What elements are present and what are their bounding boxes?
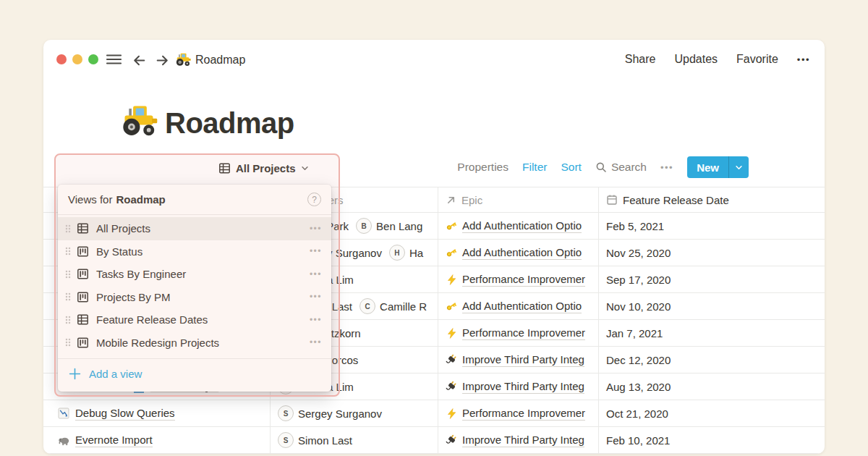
view-item-more-button[interactable]: •••	[310, 292, 322, 302]
epic-cell[interactable]: Add Authentication Optio	[438, 293, 598, 319]
epic-page-link[interactable]: Improve Third Party Integ	[462, 380, 584, 394]
app-window: Roadmap ShareUpdatesFavorite ••• Roadmap…	[43, 40, 825, 454]
epic-cell[interactable]: Add Authentication Optio	[438, 213, 598, 239]
back-arrow-icon[interactable]	[132, 53, 147, 68]
engineer-name: Camille R	[380, 300, 427, 313]
release-date-cell[interactable]: Nov 25, 2020	[598, 240, 825, 266]
epic-page-link[interactable]: Improve Third Party Integ	[462, 434, 584, 447]
project-cell[interactable]: Debug Slow Queries	[43, 400, 270, 426]
column-header-epic[interactable]: Epic	[438, 187, 598, 212]
epic-cell[interactable]: Performance Improvemer	[438, 320, 598, 346]
view-item-tasks-by-engineer[interactable]: Tasks By Engineer•••	[58, 263, 331, 286]
view-selector-label: All Projects	[236, 162, 296, 174]
release-date-cell[interactable]: Jan 7, 2021	[598, 320, 825, 346]
zap-icon	[446, 274, 457, 285]
epic-cell[interactable]: Performance Improvemer	[438, 400, 598, 426]
epic-cell[interactable]: Add Authentication Optio	[438, 240, 598, 266]
engineers-cell[interactable]: SSimon Last	[270, 427, 438, 453]
avatar: H	[389, 245, 405, 261]
table-icon	[77, 222, 89, 235]
project-cell[interactable]: Evernote Import	[43, 427, 270, 453]
view-item-by-status[interactable]: By Status•••	[58, 240, 331, 263]
epic-page-link[interactable]: Add Authentication Optio	[462, 300, 582, 313]
engineer-name: Sergey Surganov	[298, 408, 382, 420]
sort-button[interactable]: Sort	[561, 161, 581, 174]
table-row: Debug Slow QueriesSSergey SurganovPerfor…	[43, 400, 825, 427]
view-item-all-projects[interactable]: All Projects•••	[58, 217, 331, 240]
epic-cell[interactable]: Improve Third Party Integ	[438, 347, 598, 373]
tractor-icon	[175, 51, 191, 67]
views-panel-title-name: Roadmap	[116, 193, 165, 206]
plug-icon	[446, 381, 457, 392]
drag-handle-icon[interactable]	[64, 269, 72, 280]
view-item-more-button[interactable]: •••	[310, 269, 322, 279]
epic-page-link[interactable]: Add Authentication Optio	[462, 246, 582, 260]
sidebar-menu-icon[interactable]	[106, 53, 122, 66]
updates-button[interactable]: Updates	[674, 53, 718, 66]
new-button-label[interactable]: New	[687, 156, 728, 178]
release-date-cell[interactable]: Oct 21, 2020	[598, 400, 825, 426]
epic-page-link[interactable]: Add Authentication Optio	[462, 219, 582, 233]
release-date-cell[interactable]: Feb 5, 2021	[598, 213, 825, 239]
engineers-cell[interactable]: SSergey Surganov	[270, 400, 438, 426]
minimize-window-button[interactable]	[72, 54, 82, 64]
release-date-cell[interactable]: Feb 10, 2021	[598, 427, 825, 453]
table-icon	[77, 313, 89, 326]
view-item-mobile-redesign-projects[interactable]: Mobile Redesign Projects•••	[58, 332, 331, 355]
zoom-window-button[interactable]	[88, 54, 98, 64]
add-view-label: Add a view	[89, 368, 142, 380]
table-row: Evernote ImportSSimon LastImprove Third …	[43, 427, 825, 454]
view-item-label: Mobile Redesign Projects	[96, 337, 310, 349]
search-button[interactable]: Search	[595, 161, 647, 174]
project-page-link[interactable]: Evernote Import	[75, 434, 153, 447]
view-item-feature-release-dates[interactable]: Feature Release Dates•••	[58, 308, 331, 332]
epic-cell[interactable]: Improve Third Party Integ	[438, 427, 598, 453]
view-item-more-button[interactable]: •••	[310, 224, 322, 234]
release-date-cell[interactable]: Nov 10, 2020	[598, 293, 825, 319]
view-item-more-button[interactable]: •••	[310, 337, 322, 347]
topbar-actions: ShareUpdatesFavorite •••	[625, 53, 810, 66]
view-item-projects-by-pm[interactable]: Projects By PM•••	[58, 286, 331, 309]
calendar-icon	[606, 194, 618, 206]
epic-page-link[interactable]: Performance Improvemer	[462, 273, 585, 287]
view-selector[interactable]: All Projects	[218, 158, 309, 178]
release-date-cell[interactable]: Aug 13, 2020	[598, 373, 825, 400]
project-page-link[interactable]: Debug Slow Queries	[75, 407, 175, 421]
page-title: Roadmap	[165, 107, 294, 140]
drag-handle-icon[interactable]	[64, 314, 72, 326]
new-button[interactable]: New	[687, 156, 749, 178]
views-dropdown-panel: Views for Roadmap ? All Projects•••By St…	[58, 185, 331, 392]
topbar-more-button[interactable]: •••	[797, 54, 810, 65]
epic-cell[interactable]: Improve Third Party Integ	[438, 373, 598, 400]
view-item-label: All Projects	[96, 222, 310, 235]
close-window-button[interactable]	[56, 54, 67, 64]
view-item-more-button[interactable]: •••	[310, 246, 322, 256]
epic-page-link[interactable]: Improve Third Party Integ	[462, 353, 584, 367]
engineer-chip: HHa	[389, 245, 423, 261]
add-view-button[interactable]: Add a view	[58, 359, 331, 388]
toolbar-more-button[interactable]: •••	[660, 162, 673, 173]
forward-arrow-icon[interactable]	[155, 53, 170, 68]
drag-handle-icon[interactable]	[64, 245, 72, 257]
search-icon	[595, 161, 607, 173]
properties-button[interactable]: Properties	[457, 161, 509, 174]
plus-icon	[69, 368, 81, 380]
share-button[interactable]: Share	[625, 53, 656, 66]
chevron-down-icon[interactable]	[729, 156, 749, 178]
view-item-more-button[interactable]: •••	[310, 315, 322, 325]
tractor-icon[interactable]	[120, 102, 158, 138]
epic-cell[interactable]: Performance Improvemer	[438, 266, 598, 292]
favorite-button[interactable]: Favorite	[736, 53, 778, 66]
epic-page-link[interactable]: Performance Improvemer	[462, 326, 585, 340]
epic-page-link[interactable]: Performance Improvemer	[462, 407, 585, 421]
help-question-icon[interactable]: ?	[307, 193, 321, 206]
engineer-chip: BBen Lang	[356, 218, 422, 234]
filter-button[interactable]: Filter	[522, 161, 547, 174]
column-header-feature-release-date[interactable]: Feature Release Date	[598, 187, 825, 212]
avatar: C	[359, 298, 375, 314]
release-date-cell[interactable]: Dec 12, 2020	[598, 347, 825, 373]
drag-handle-icon[interactable]	[64, 291, 72, 303]
drag-handle-icon[interactable]	[64, 223, 72, 235]
drag-handle-icon[interactable]	[64, 337, 72, 348]
release-date-cell[interactable]: Sep 17, 2020	[598, 266, 825, 292]
